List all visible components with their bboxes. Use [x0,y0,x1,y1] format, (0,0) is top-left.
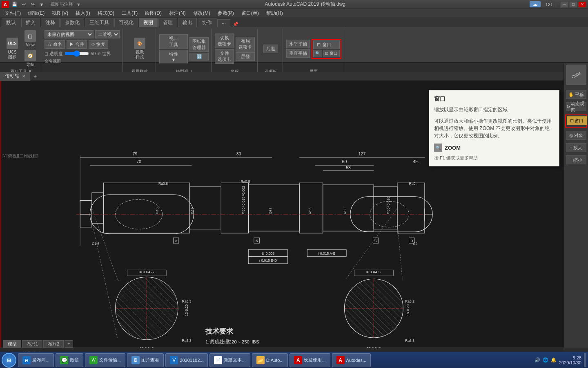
nav-cube[interactable]: Cube [566,65,586,85]
menu-annotate[interactable]: 标注(N) [166,9,189,18]
tab-default[interactable]: 默认 [2,18,20,27]
taskbar-clock[interactable]: 5:28 2020/10/30 [559,355,581,365]
zoom-group-highlighted: ⊡ 窗口 🔍 ⊡ 窗口 [312,39,341,59]
svg-text:Ra6.3: Ra6.3 [182,299,191,303]
menu-edit[interactable]: 编辑(E) [25,9,48,18]
file-tab-active[interactable]: 传动轴 ✕ [0,72,31,81]
tab-parametric[interactable]: 参数化 [60,18,84,27]
tab-3d[interactable]: 三维工具 [85,18,114,27]
autocad-icon: A [294,356,302,364]
tooltip-f1: 按 F1 键获取更多帮助 [434,155,554,161]
minimize-btn[interactable]: ─ [560,1,568,8]
zoom-icon-btn[interactable]: 🔍 [313,50,322,57]
viewport-config-btn[interactable]: 特性▼ [159,50,188,63]
close-btn[interactable]: ✕ [578,1,586,8]
tab-insert[interactable]: 插入 [21,18,40,27]
svg-text:53: 53 [346,165,351,170]
tab-layout2[interactable]: 布局2 [43,340,64,348]
layers-btn[interactable]: 层登 [236,52,255,61]
zoom-object-btn[interactable]: ◎ 对象 [566,131,586,140]
drawing-mgr-btn[interactable]: 图纸集管理器 [189,37,209,52]
taskbar-item-imgview[interactable]: 🖼 图片查看 [127,353,164,367]
tab-layout1[interactable]: 布局1 [22,340,42,348]
switch-btn[interactable]: 切换选项卡 [215,34,234,48]
tray-sound[interactable]: 🔊 [535,357,540,363]
svg-text:技术要求: 技术要求 [205,327,234,335]
tab-collaborate[interactable]: 协作 [198,18,216,27]
orbit-icon: ↻ [566,104,570,110]
tab-pin[interactable]: 📌 [233,22,238,27]
tab-visual[interactable]: 可视化 [114,18,138,27]
tab-view[interactable]: 视图 [139,18,158,27]
menu-modify[interactable]: 修改(M) [190,9,214,18]
notepad-icon: 📄 [214,356,222,364]
tab-layout-add[interactable]: + [65,340,73,348]
viewport-combo[interactable]: 未保存的视图 [45,30,94,38]
menu-tools[interactable]: 工具(T) [118,9,141,18]
tab-annotate[interactable]: 注释 [41,18,60,27]
calc-btn[interactable]: 🔢 [189,53,209,61]
menu-window[interactable]: 窗口(W) [238,9,262,18]
ribbon-tab-label: 章图与注释 [51,1,73,7]
tab-more[interactable]: ··· [217,19,230,27]
taskbar-item-publish[interactable]: e 发布问... [18,353,54,367]
taskbar-item-folder[interactable]: 📂 D:Auto... [252,353,288,367]
view-mode-combo[interactable]: 二维视图 [95,30,120,38]
transparency-slider[interactable] [65,50,89,57]
save-btn[interactable]: 💾 [11,1,19,8]
ribbon-arrow: ▼ [76,2,81,7]
nav-btn[interactable]: 🧭 导航 [22,49,38,68]
tab-add-btn[interactable]: + [31,72,40,81]
maximize-btn[interactable]: □ [569,1,577,8]
transfer-icon: W [89,356,98,364]
zoom-window-right-btn[interactable]: ⊡ 窗口 [567,116,587,125]
tab-manage[interactable]: 管理 [158,18,177,27]
viewport-tools-btn[interactable]: 视口工具 [159,34,188,49]
view-manager-btn[interactable]: ▶ 合并 [67,40,87,49]
menu-view[interactable]: 视图(V) [49,9,71,18]
tray-notify[interactable]: 🔔 [551,357,557,363]
orbit-btn[interactable]: ↻ 动态观察 [566,102,586,111]
restore-btn[interactable]: ⟳ 恢复 [89,40,108,49]
taskbar-item-transfer[interactable]: W 文件传输... [85,353,125,367]
menu-help[interactable]: 帮助(H) [263,9,286,18]
undo-btn[interactable]: ↩ [20,1,28,8]
zoom-window-small-btn[interactable]: ⊡ 窗口 [323,50,340,57]
layout-btn[interactable]: 布局选项卡 [236,37,255,52]
view-btn[interactable]: ◻ View [22,29,38,48]
tray-network[interactable]: 🌐 [543,357,548,363]
user-badge: 121 [542,2,556,7]
file-btn[interactable]: 文件选项卡 [215,49,234,64]
menu-format[interactable]: 格式(O) [94,9,118,18]
taskbar-item-notepad[interactable]: 📄 新建文本... [209,353,250,367]
new-view-btn[interactable]: ☆ 命名 [45,40,65,49]
redo-btn[interactable]: ↪ [29,1,37,8]
qa-more[interactable]: ▼ [38,1,46,8]
tab-model[interactable]: 模型 [3,340,21,348]
show-desktop[interactable] [584,353,586,367]
zoom-out-btn[interactable]: − 缩小 [566,155,586,164]
menu-insert[interactable]: 插入(I) [72,9,93,18]
back-btn[interactable]: 后退 [263,45,278,53]
taskbar: ⊞ e 发布问... 💬 微信 W 文件传输... 🖼 图片查看 V 20201… [0,352,588,368]
taskbar-item-wechat[interactable]: 💬 微信 [56,353,83,367]
zoom-in-btn[interactable]: + 放大 [566,143,586,152]
clock-date: 2020/10/30 [559,360,581,365]
menu-params[interactable]: 参数(P) [214,9,237,18]
ucs-icon-btn[interactable]: UCS UCS图标 [4,37,20,61]
menu-draw[interactable]: 绘图(D) [142,9,165,18]
zoom-window-btn-ribbon[interactable]: ⊡ 窗口 [313,40,340,49]
v-ruler-btn[interactable]: 垂直平辅 [286,49,310,58]
taskbar-item-welcome[interactable]: A 欢迎使用... [290,353,330,367]
h-ruler-btn[interactable]: 水平平辅 [286,40,310,48]
tab-output[interactable]: 输出 [178,18,197,27]
start-button[interactable]: ⊞ [2,353,16,368]
taskbar-item-autocad[interactable]: A Autodes... [332,353,371,367]
imgview-icon: 🖼 [131,356,140,364]
viewport-left-border [0,81,1,348]
visual-style-btn[interactable]: 🎨 视觉样式 [131,37,148,61]
taskbar-item-v[interactable]: V 20201102... [165,353,208,367]
pan-btn[interactable]: ✋ 平移 [566,90,586,99]
menu-file[interactable]: 文件(F) [2,9,24,18]
tab-close-btn[interactable]: ✕ [22,74,25,79]
